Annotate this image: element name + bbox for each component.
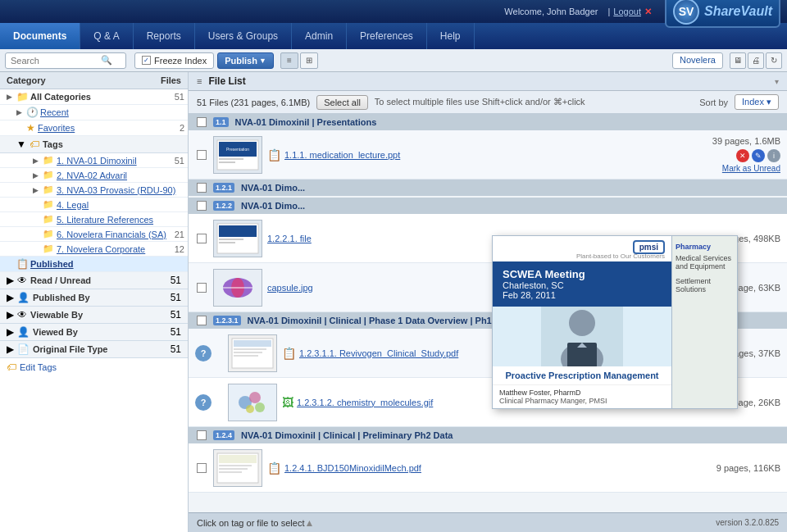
sidebar-tag-item-3[interactable]: ▶ 📁 3. NVA-03 Provasic (RDU-90) (0, 183, 188, 198)
sidebar-item-published[interactable]: 📋 Published (0, 257, 188, 272)
sidebar-published-by[interactable]: ▶ 👤 Published By 51 (0, 289, 188, 307)
sidebar-viewable-by[interactable]: ▶ 👁 Viewable By 51 (0, 307, 188, 324)
file-thumbnail-1-2-3-1-2[interactable] (228, 384, 277, 421)
section-checkbox[interactable] (197, 183, 207, 193)
svg-point-25 (246, 405, 254, 413)
sidebar-item-recent[interactable]: ▶ 🕐 Recent (0, 105, 188, 120)
tab-documents[interactable]: Documents (0, 23, 80, 49)
file-checkbox[interactable] (197, 234, 207, 243)
tab-reports[interactable]: Reports (134, 23, 195, 49)
sidebar-tags-header[interactable]: ▼ 🏷 Tags (0, 136, 188, 153)
pdf-icon: 📋 (267, 148, 281, 161)
info-icon[interactable]: i (767, 149, 780, 162)
file-info-1-1-1: 📋 1.1.1. medication_lecture.ppt (267, 148, 694, 161)
star-icon: ★ (26, 122, 35, 134)
file-name-1-2-3-1-1[interactable]: 1.2.3.1.1. Revivogen_Clinical_Study.pdf (299, 348, 458, 358)
sidebar-tag-item-1[interactable]: ▶ 📁 1. NVA-01 Dimoxinil 51 (0, 153, 188, 168)
section-checkbox[interactable] (197, 316, 207, 325)
tag-icon: 🏷 (30, 139, 39, 150)
sidebar-file-type[interactable]: ▶ 📄 Original File Type 51 (0, 341, 188, 358)
section-tag: 1.2.1 (213, 183, 234, 193)
file-name-1-2-2[interactable]: 1.2.2.1. file (267, 234, 312, 243)
sort-button[interactable]: Index ▾ (735, 94, 779, 110)
list-view-button[interactable]: ≡ (280, 52, 298, 69)
file-checkbox[interactable] (197, 150, 207, 160)
sidebar-header: Category Files (0, 72, 188, 89)
file-thumbnail-1-2-4-1[interactable] (213, 449, 262, 487)
sidebar-read-unread[interactable]: ▶ 👁 Read / Unread 51 (0, 272, 188, 289)
svg-rect-28 (219, 455, 257, 463)
section-checkbox[interactable] (197, 201, 207, 211)
search-input[interactable] (11, 56, 101, 66)
sidebar-viewed-by[interactable]: ▶ 👤 Viewed By 51 (0, 324, 188, 341)
file-thumbnail-1-2-3-1-1[interactable] (228, 334, 277, 372)
mark-unread-link[interactable]: Mark as Unread (722, 164, 780, 173)
folder-icon: 📁 (43, 184, 54, 195)
sidebar-tag-item-5[interactable]: 📁 5. Literature References (0, 212, 188, 227)
select-all-button[interactable]: Select all (316, 95, 368, 110)
tab-qa[interactable]: Q & A (80, 23, 133, 49)
svg-rect-29 (219, 465, 252, 466)
refresh-icon[interactable]: ↻ (766, 52, 782, 69)
freeze-index-button[interactable]: ✓ Freeze Index (134, 52, 214, 69)
sidebar-item-all-categories[interactable]: ▶ 📁 All Categories 51 (0, 89, 188, 105)
published-icon: 📋 (16, 258, 28, 270)
tab-admin[interactable]: Admin (292, 23, 347, 49)
section-tag: 1.2.2 (213, 201, 234, 211)
folder-icon: 📁 (43, 243, 54, 254)
sidebar-tag-item-7[interactable]: 📁 7. Novelera Corporate 12 (0, 242, 188, 257)
question-mark-icon: ? (195, 345, 212, 361)
section-1-1[interactable]: 1.1 NVA-01 Dimoxinil | Presentations (189, 114, 787, 130)
freeze-checkbox[interactable]: ✓ (142, 56, 151, 65)
close-icon[interactable]: ✕ (644, 7, 652, 17)
publish-button[interactable]: Publish ▼ (217, 52, 274, 69)
list-icon: ≡ (197, 76, 202, 86)
file-checkbox[interactable] (197, 283, 207, 293)
sidebar-tag-item-4[interactable]: 📁 4. Legal (0, 198, 188, 212)
grid-view-button[interactable]: ⊞ (300, 52, 318, 69)
eye-icon: 👁 (17, 309, 27, 321)
sidebar-tag-item-6[interactable]: 📁 6. Novelera Financials (SA) 21 (0, 227, 188, 242)
sharevault-logo: SV ShareVault (665, 0, 780, 28)
section-checkbox[interactable] (197, 430, 207, 440)
svg-rect-9 (219, 239, 243, 240)
expand-icon: ▶ (7, 326, 14, 338)
section-1-2-2[interactable]: 1.2.2 NVA-01 Dimo... (189, 198, 787, 214)
collapse-icon[interactable]: ▾ (775, 77, 779, 86)
file-thumbnail-1-1-1[interactable]: Presentation (213, 136, 262, 174)
expand-icon: ▶ (7, 292, 14, 303)
file-thumbnail-capsule[interactable] (213, 269, 262, 307)
section-1-2-4[interactable]: 1.2.4 NVA-01 Dimoxinil | Clinical | Prel… (189, 427, 787, 443)
tab-users-groups[interactable]: Users & Groups (195, 23, 292, 49)
file-scroll-area[interactable]: 1.1 NVA-01 Dimoxinil | Presentations Pre… (189, 114, 787, 512)
slide-title: SCWEA Meeting (503, 268, 662, 280)
section-checkbox[interactable] (197, 117, 207, 127)
section-1-2-1[interactable]: 1.2.1 NVA-01 Dimo... (189, 180, 787, 196)
monitor-icon[interactable]: 🖥 (730, 52, 746, 69)
sidebar-item-favorites[interactable]: ★ Favorites 2 (0, 120, 188, 136)
scroll-up-icon[interactable]: ▲ (304, 517, 314, 529)
sidebar-tag-item-2[interactable]: ▶ 📁 2. NVA-02 Advaril (0, 168, 188, 183)
file-name-capsule[interactable]: capsule.jpg (267, 283, 313, 293)
preview-sidebar: Pharmacy Medical Services and Equipment … (671, 236, 737, 408)
print-icon[interactable]: 🖨 (748, 52, 764, 69)
file-checkbox[interactable] (197, 463, 207, 473)
file-name-1-2-3-1-2[interactable]: 1.2.3.1.2. chemistry_molecules.gif (297, 398, 433, 407)
svg-text:Presentation: Presentation (226, 147, 249, 152)
delete-icon[interactable]: ✕ (736, 149, 749, 162)
publish-dropdown-arrow[interactable]: ▼ (259, 57, 266, 65)
pdf-icon: 📋 (282, 347, 296, 360)
novelera-button[interactable]: Novelera (672, 52, 723, 69)
file-name-1-1-1[interactable]: 1.1.1. medication_lecture.ppt (284, 150, 400, 160)
tab-help[interactable]: Help (427, 23, 475, 49)
svg-rect-30 (219, 468, 248, 470)
svg-rect-31 (219, 471, 242, 473)
edit-tags-button[interactable]: 🏷 Edit Tags (0, 358, 188, 376)
file-thumbnail-1-2-2[interactable] (213, 220, 262, 257)
file-list-header: ≡ File List ▾ (189, 72, 787, 91)
search-box[interactable]: 🔍 (5, 52, 126, 69)
file-name-1-2-4-1[interactable]: 1.2.4.1. BJD150MinoxidilMech.pdf (284, 463, 421, 473)
logout-link[interactable]: Logout (613, 7, 641, 16)
tab-preferences[interactable]: Preferences (347, 23, 427, 49)
edit-icon[interactable]: ✎ (752, 149, 765, 162)
